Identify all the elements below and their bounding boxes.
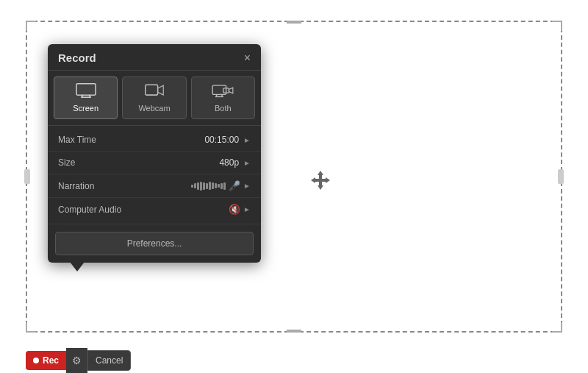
cancel-button[interactable]: Cancel	[87, 350, 131, 371]
computer-audio-arrow: ►	[243, 205, 251, 213]
narration-label: Narration	[58, 181, 191, 191]
rec-label: Rec	[43, 355, 59, 366]
preferences-button[interactable]: Preferences...	[55, 232, 254, 255]
svg-rect-10	[146, 85, 158, 95]
gear-icon: ⚙	[72, 355, 82, 366]
screen-icon	[76, 83, 96, 101]
rec-button[interactable]: Rec	[26, 351, 66, 370]
handle-top[interactable]	[287, 21, 301, 24]
svg-marker-17	[229, 88, 233, 93]
svg-rect-5	[315, 179, 326, 182]
computer-audio-row[interactable]: Computer Audio 🔇 ►	[48, 198, 261, 221]
dialog-title: Record	[58, 51, 96, 64]
source-both-label: Both	[215, 104, 232, 113]
source-screen-label: Screen	[73, 104, 98, 113]
corner-tl	[26, 21, 36, 31]
source-screen-button[interactable]: Screen	[54, 77, 118, 119]
handle-bottom[interactable]	[287, 330, 301, 333]
corner-bl	[26, 322, 36, 333]
computer-audio-label: Computer Audio	[58, 205, 229, 215]
svg-rect-6	[76, 84, 96, 95]
audio-muted-icon: 🔇	[229, 204, 240, 215]
corner-br	[552, 322, 562, 333]
size-row[interactable]: Size 480p ►	[48, 152, 261, 174]
both-icon	[212, 83, 234, 101]
corner-tr	[552, 21, 562, 31]
size-label: Size	[58, 157, 219, 168]
source-both-button[interactable]: Both	[191, 77, 255, 119]
source-webcam-label: Webcam	[138, 104, 170, 113]
narration-row[interactable]: Narration 🎤 ►	[48, 174, 261, 198]
settings-section: Max Time 00:15:00 ► Size 480p ► Narratio…	[48, 126, 261, 224]
source-webcam-button[interactable]: Webcam	[122, 77, 186, 119]
close-button[interactable]: ×	[244, 52, 251, 64]
dialog-header: Record ×	[48, 44, 261, 71]
webcam-icon	[145, 83, 164, 101]
settings-button[interactable]: ⚙	[66, 348, 87, 373]
narration-arrow: ►	[243, 182, 251, 190]
svg-marker-11	[158, 85, 164, 95]
dialog-tail	[70, 262, 85, 271]
size-value: 480p	[219, 157, 239, 168]
move-icon[interactable]	[309, 169, 331, 196]
max-time-label: Max Time	[58, 135, 204, 145]
handle-right[interactable]	[558, 169, 564, 184]
max-time-row[interactable]: Max Time 00:15:00 ►	[48, 129, 261, 152]
size-arrow: ►	[243, 159, 251, 167]
bottom-toolbar: Rec ⚙ Cancel	[26, 348, 131, 373]
source-selection-row: Screen Webcam	[48, 71, 261, 126]
handle-left[interactable]	[24, 169, 30, 184]
record-dialog: Record × Screen We	[48, 44, 261, 263]
microphone-icon: 🎤	[229, 180, 240, 191]
max-time-arrow: ►	[243, 136, 251, 144]
rec-dot	[33, 358, 39, 363]
narration-bars	[191, 182, 226, 191]
max-time-value: 00:15:00	[204, 135, 239, 145]
